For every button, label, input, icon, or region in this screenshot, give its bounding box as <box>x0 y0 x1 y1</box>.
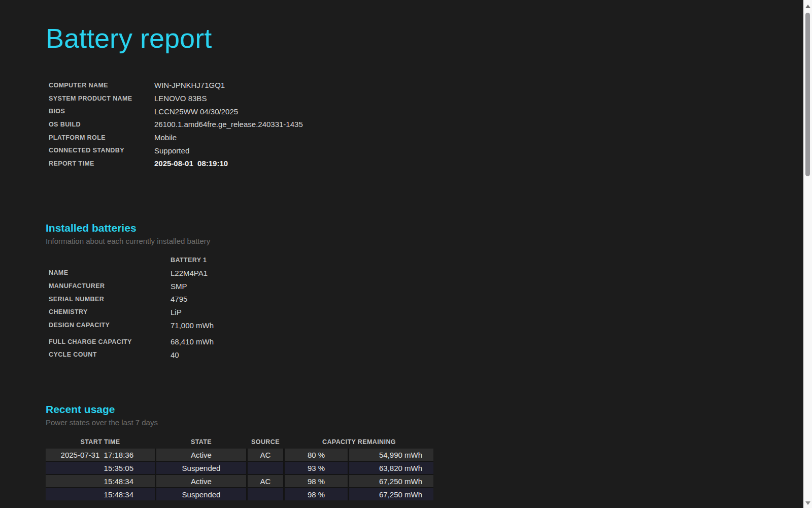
installed-batteries-section: Installed batteries Information about ea… <box>46 221 442 362</box>
info-value: Mobile <box>154 133 442 142</box>
usage-cell-state: Suspended <box>156 488 246 500</box>
info-label: SYSTEM PRODUCT NAME <box>46 95 154 102</box>
usage-cell-mwh: 67,250 mWh <box>349 488 433 500</box>
usage-cell-source <box>248 462 283 474</box>
usage-cell-mwh: 67,250 mWh <box>349 475 433 487</box>
report-content: Battery report COMPUTER NAME WIN-JPNKHJ7… <box>46 22 442 500</box>
scrollbar-thumb[interactable] <box>805 13 810 176</box>
info-label: CONNECTED STANDBY <box>46 147 154 154</box>
recent-usage-table: START TIME STATE SOURCE CAPACITY REMAINI… <box>46 436 433 500</box>
info-label: SERIAL NUMBER <box>46 296 171 303</box>
info-value: SMP <box>171 282 442 291</box>
column-header-source: SOURCE <box>248 438 283 446</box>
info-value: 68,410 mWh <box>171 337 442 346</box>
usage-cell-start-time: 15:48:34 <box>46 475 155 487</box>
usage-cell-state: Active <box>156 449 246 461</box>
battery-row-manufacturer: MANUFACTURER SMP <box>46 279 442 293</box>
battery-row-name: NAME L22M4PA1 <box>46 267 442 280</box>
system-info-row-computer-name: COMPUTER NAME WIN-JPNKHJ71GQ1 <box>46 79 442 92</box>
info-value: 26100.1.amd64fre.ge_release.240331-1435 <box>154 120 442 129</box>
scrollbar-down-icon[interactable] <box>805 501 810 505</box>
usage-cell-percent: 98 % <box>285 488 348 500</box>
system-info-row-os-build: OS BUILD 26100.1.amd64fre.ge_release.240… <box>46 118 442 131</box>
info-value: L22M4PA1 <box>171 269 442 277</box>
usage-cell-start-time: 15:35:05 <box>46 462 155 474</box>
usage-cell-state: Active <box>156 475 246 487</box>
battery-row-chemistry: CHEMISTRY LiP <box>46 306 442 319</box>
battery-row-full-charge-capacity: FULL CHARGE CAPACITY 68,410 mWh <box>46 335 442 348</box>
scrollbar-up-icon[interactable] <box>805 5 810 8</box>
info-value: LiP <box>171 308 442 316</box>
usage-cell-start-time: 2025-07-31 17:18:36 <box>46 449 155 461</box>
installed-batteries-subtitle: Information about each currently install… <box>46 236 442 246</box>
info-value: 2025-08-01 08:19:10 <box>154 159 442 168</box>
battery-row-cycle-count: CYCLE COUNT 40 <box>46 348 442 362</box>
usage-cell-mwh: 63,820 mWh <box>349 462 433 474</box>
info-value: LCCN25WW 04/30/2025 <box>154 107 442 116</box>
usage-cell-source: AC <box>248 475 283 487</box>
battery-info-table: BATTERY 1 NAME L22M4PA1 MANUFACTURER SMP… <box>46 253 442 362</box>
info-value: Supported <box>154 146 442 155</box>
page-title: Battery report <box>46 22 442 54</box>
usage-cell-start-time: 15:48:34 <box>46 488 155 500</box>
battery-column-header: BATTERY 1 <box>171 257 442 264</box>
usage-cell-state: Suspended <box>156 462 246 474</box>
installed-batteries-heading: Installed batteries <box>46 221 442 235</box>
info-value: WIN-JPNKHJ71GQ1 <box>154 81 442 89</box>
usage-cell-percent: 93 % <box>285 462 348 474</box>
battery-table-header-row: BATTERY 1 <box>46 253 442 267</box>
vertical-scrollbar[interactable] <box>803 0 812 508</box>
usage-cell-mwh: 54,990 mWh <box>349 449 433 461</box>
recent-usage-subtitle: Power states over the last 7 days <box>46 418 442 428</box>
info-label: COMPUTER NAME <box>46 82 154 89</box>
system-info-row-product-name: SYSTEM PRODUCT NAME LENOVO 83BS <box>46 92 442 105</box>
column-header-capacity-remaining: CAPACITY REMAINING <box>285 438 433 446</box>
recent-usage-header-row: START TIME STATE SOURCE CAPACITY REMAINI… <box>46 436 433 448</box>
column-header-start-time: START TIME <box>46 438 155 446</box>
info-label: PLATFORM ROLE <box>46 134 154 141</box>
info-value: 40 <box>171 351 442 359</box>
system-info-row-platform-role: PLATFORM ROLE Mobile <box>46 131 442 144</box>
usage-cell-percent: 80 % <box>285 449 348 461</box>
system-info-row-report-time: REPORT TIME 2025-08-01 08:19:10 <box>46 157 442 170</box>
recent-usage-section: Recent usage Power states over the last … <box>46 403 442 500</box>
battery-row-serial-number: SERIAL NUMBER 4795 <box>46 293 442 306</box>
info-label: CYCLE COUNT <box>46 351 171 358</box>
usage-cell-percent: 98 % <box>285 475 348 487</box>
info-value: LENOVO 83BS <box>154 94 442 103</box>
system-info-row-bios: BIOS LCCN25WW 04/30/2025 <box>46 105 442 118</box>
info-label: CHEMISTRY <box>46 308 171 315</box>
info-label: DESIGN CAPACITY <box>46 322 171 329</box>
column-header-state: STATE <box>156 438 246 446</box>
info-label: FULL CHARGE CAPACITY <box>46 338 171 345</box>
info-label: BIOS <box>46 108 154 115</box>
battery-row-design-capacity: DESIGN CAPACITY 71,000 mWh <box>46 319 442 332</box>
usage-cell-source <box>248 488 283 500</box>
info-label: NAME <box>46 269 171 276</box>
recent-usage-body: 2025-07-31 17:18:36 Active AC 80 % 54,99… <box>46 449 433 500</box>
info-label: MANUFACTURER <box>46 282 171 290</box>
info-value: 71,000 mWh <box>171 321 442 330</box>
info-value: 4795 <box>171 295 442 303</box>
recent-usage-heading: Recent usage <box>46 403 442 416</box>
usage-cell-source: AC <box>248 449 283 461</box>
system-info-table: COMPUTER NAME WIN-JPNKHJ71GQ1 SYSTEM PRO… <box>46 79 442 170</box>
info-label: REPORT TIME <box>46 160 154 167</box>
system-info-row-connected-standby: CONNECTED STANDBY Supported <box>46 144 442 157</box>
info-label: OS BUILD <box>46 121 154 128</box>
